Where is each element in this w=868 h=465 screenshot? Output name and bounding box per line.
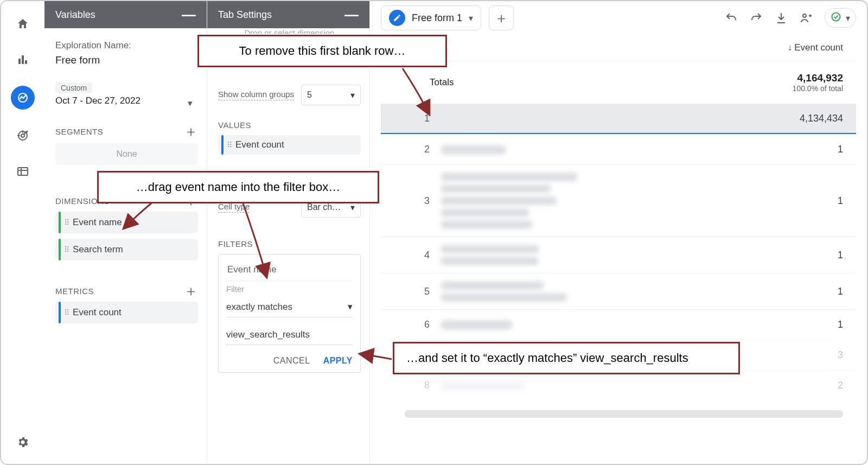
caret-down-icon[interactable]: ▾ xyxy=(469,13,473,23)
settings-icon[interactable] xyxy=(13,432,33,452)
tab-settings-header: Tab Settings — xyxy=(207,1,369,28)
horizontal-scrollbar[interactable] xyxy=(405,410,843,418)
filter-editor: Event name Filter exactly matches ▾ view… xyxy=(218,254,361,373)
toolbar: Free form 1 ▾ ＋ ▾ xyxy=(370,1,867,35)
caret-down-icon: ▾ xyxy=(348,301,353,313)
row-term xyxy=(441,320,838,330)
nav-rail xyxy=(1,1,44,464)
filter-match-select[interactable]: exactly matches ▾ xyxy=(226,301,353,317)
reports-icon[interactable] xyxy=(13,50,33,69)
date-range-text: Oct 7 - Dec 27, 2022 xyxy=(55,95,141,106)
column-header-metric[interactable]: ↓Event count xyxy=(788,42,843,53)
configure-icon[interactable] xyxy=(13,162,33,181)
filter-match-value: exactly matches xyxy=(226,302,292,313)
row-number: 1 xyxy=(405,113,430,124)
row-value: 1 xyxy=(838,144,843,155)
tab-name: Free form 1 xyxy=(412,12,462,24)
row-term xyxy=(441,381,838,391)
totals-subtext: 100.0% of total xyxy=(793,84,843,93)
svg-rect-6 xyxy=(18,168,28,175)
segments-heading: SEGMENTS xyxy=(55,127,103,136)
cell-type-label: Cell type xyxy=(218,202,250,213)
annotation-callout-1: To remove this first blank row… xyxy=(197,35,447,67)
select-value: Bar ch… xyxy=(307,202,341,212)
row-term xyxy=(441,173,838,229)
download-button[interactable] xyxy=(775,11,788,24)
svg-point-5 xyxy=(21,134,24,137)
check-icon xyxy=(831,11,841,24)
variables-title: Variables xyxy=(55,9,95,21)
row-number: 8 xyxy=(405,380,430,391)
values-heading: VALUES xyxy=(218,120,361,130)
home-icon[interactable] xyxy=(13,14,33,34)
table-row[interactable]: 21 xyxy=(381,134,856,164)
advertising-icon[interactable] xyxy=(13,126,33,145)
show-column-groups-label: Show column groups xyxy=(218,90,294,100)
chip-label: Event count xyxy=(73,307,122,318)
redo-button[interactable] xyxy=(750,11,763,24)
row-number: 6 xyxy=(405,319,430,330)
exploration-name[interactable]: Free form xyxy=(55,54,198,66)
apply-button[interactable]: APPLY xyxy=(323,356,353,366)
svg-rect-0 xyxy=(18,59,21,64)
metric-chip-event-count[interactable]: ⠿ Event count xyxy=(55,302,198,323)
row-value: 2 xyxy=(838,380,843,391)
exploration-tab[interactable]: Free form 1 ▾ xyxy=(381,5,481,30)
drop-hint: Drop or select dimension xyxy=(218,28,361,34)
table-row[interactable]: 51 xyxy=(381,273,856,309)
add-metric-button[interactable]: ＋ xyxy=(184,285,199,296)
totals-label: Totals xyxy=(430,77,454,88)
row-number: 5 xyxy=(405,286,430,297)
table-row[interactable]: 14,134,434 xyxy=(381,104,856,134)
explore-icon[interactable] xyxy=(11,86,35,110)
row-number: 2 xyxy=(405,144,430,155)
caret-down-icon: ▾ xyxy=(350,90,355,100)
add-segment-button[interactable]: ＋ xyxy=(184,126,199,137)
sample-status[interactable]: ▾ xyxy=(825,8,856,28)
row-value: 1 xyxy=(838,195,843,207)
date-preset-pill: Custom xyxy=(55,82,92,93)
svg-rect-1 xyxy=(22,55,24,64)
annotation-callout-2: …drag event name into the filter box… xyxy=(97,171,379,203)
chip-label: Search term xyxy=(73,244,123,255)
row-value: 3 xyxy=(838,349,843,361)
dimension-chip-event-name[interactable]: ⠿ Event name xyxy=(55,212,198,233)
cancel-button[interactable]: CANCEL xyxy=(273,356,310,366)
pencil-icon xyxy=(389,10,405,26)
select-value: 5 xyxy=(307,90,312,100)
table-row[interactable]: 41 xyxy=(381,237,856,273)
variables-panel: Variables — Exploration Name: Free form … xyxy=(44,1,207,464)
totals-value: 4,164,932 xyxy=(793,72,843,84)
table-row[interactable]: 31 xyxy=(381,164,856,237)
add-tab-button[interactable]: ＋ xyxy=(489,5,514,30)
row-number: 3 xyxy=(405,195,430,207)
segments-none: None xyxy=(55,143,198,165)
share-button[interactable] xyxy=(800,11,813,24)
caret-down-icon: ▾ xyxy=(350,202,355,213)
sort-down-icon: ↓ xyxy=(788,42,793,53)
row-value: 1 xyxy=(838,319,843,330)
minimize-icon[interactable]: — xyxy=(344,7,359,23)
table-row[interactable]: 82 xyxy=(381,370,856,400)
tab-settings-title: Tab Settings xyxy=(218,9,272,21)
filter-value-input[interactable]: view_search_results xyxy=(226,329,353,345)
svg-point-7 xyxy=(803,14,806,17)
results-table: rm ↓Event count Totals 4,164,932 100.0% … xyxy=(370,35,867,464)
row-term xyxy=(441,145,838,155)
metrics-heading: METRICS xyxy=(55,286,94,296)
dimension-chip-search-term[interactable]: ⠿ Search term xyxy=(55,239,198,260)
row-number: 4 xyxy=(405,250,430,261)
date-range-picker[interactable]: Custom Oct 7 - Dec 27, 2022 ▾ xyxy=(55,82,198,106)
value-chip-event-count[interactable]: ⠿ Event count xyxy=(218,135,361,155)
caret-down-icon: ▾ xyxy=(846,13,850,23)
row-term xyxy=(441,245,838,265)
minimize-icon[interactable]: — xyxy=(182,7,196,23)
undo-button[interactable] xyxy=(725,11,738,24)
chip-label: Event name xyxy=(73,217,122,228)
row-value: 1 xyxy=(838,250,843,261)
table-row[interactable]: 61 xyxy=(381,309,856,340)
annotation-callout-3: …and set it to “exactly matches” view_se… xyxy=(393,342,740,374)
show-column-groups-select[interactable]: 5 ▾ xyxy=(301,85,361,105)
row-value: 1 xyxy=(838,286,843,297)
exploration-name-label: Exploration Name: xyxy=(55,40,198,51)
